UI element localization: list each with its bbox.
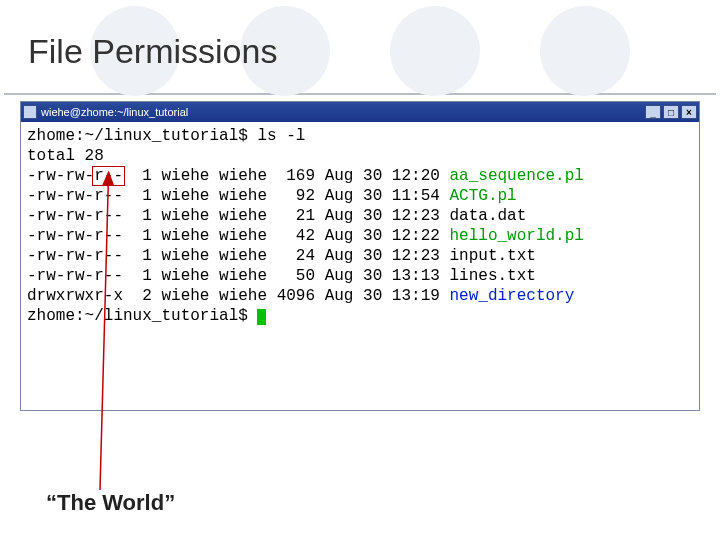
terminal-line: total 28	[27, 146, 693, 166]
terminal-line: zhome:~/linux_tutorial$	[27, 306, 693, 326]
minimize-button[interactable]: _	[645, 105, 661, 119]
listing-row: -rw-rw-r-- 1 wiehe wiehe 92 Aug 30 11:54…	[27, 186, 693, 206]
listing-row: -rw-rw-r-- 1 wiehe wiehe 169 Aug 30 12:2…	[27, 166, 693, 186]
file-name: input.txt	[449, 247, 535, 265]
terminal-line: zhome:~/linux_tutorial$ ls -l	[27, 126, 693, 146]
file-name: aa_sequence.pl	[449, 167, 583, 185]
listing-row: -rw-rw-r-- 1 wiehe wiehe 42 Aug 30 12:22…	[27, 226, 693, 246]
listing-row: -rw-rw-r-- 1 wiehe wiehe 21 Aug 30 12:23…	[27, 206, 693, 226]
annotation-label: “The World”	[46, 490, 175, 516]
cursor-icon	[257, 309, 266, 325]
file-name: hello_world.pl	[449, 227, 583, 245]
file-name: lines.txt	[449, 267, 535, 285]
file-name: new_directory	[449, 287, 574, 305]
listing-row: -rw-rw-r-- 1 wiehe wiehe 24 Aug 30 12:23…	[27, 246, 693, 266]
terminal-window: wiehe@zhome:~/linux_tutorial _ □ × zhome…	[20, 101, 700, 411]
window-title: wiehe@zhome:~/linux_tutorial	[41, 106, 645, 118]
listing-row: drwxrwxr-x 2 wiehe wiehe 4096 Aug 30 13:…	[27, 286, 693, 306]
terminal-body: zhome:~/linux_tutorial$ ls -ltotal 28-rw…	[21, 122, 699, 410]
slide-title: File Permissions	[0, 32, 720, 71]
file-name: data.dat	[449, 207, 526, 225]
listing-row: -rw-rw-r-- 1 wiehe wiehe 50 Aug 30 13:13…	[27, 266, 693, 286]
close-button[interactable]: ×	[681, 105, 697, 119]
maximize-button[interactable]: □	[663, 105, 679, 119]
window-icon	[23, 105, 37, 119]
file-name: ACTG.pl	[449, 187, 516, 205]
window-controls: _ □ ×	[645, 105, 697, 119]
window-titlebar: wiehe@zhome:~/linux_tutorial _ □ ×	[21, 102, 699, 122]
permission-highlight-box	[92, 166, 125, 186]
